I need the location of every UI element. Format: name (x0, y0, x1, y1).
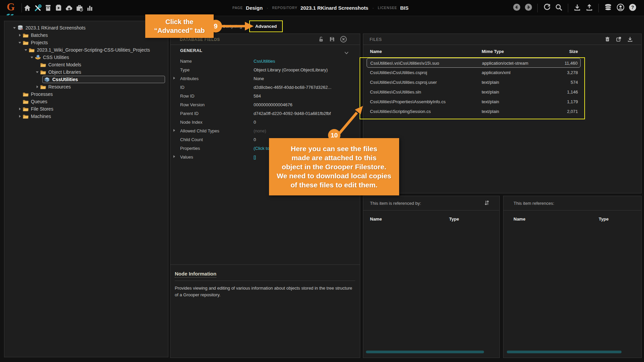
tree-item-queues[interactable]: Queues (4, 98, 168, 105)
repository-stack-icon[interactable] (604, 3, 612, 13)
file-row[interactable]: CssUtilities\.vs\CssUtilities\v15\.suo a… (367, 58, 581, 68)
advanced-properties-panel: DATABASE FIELDS GENERAL Name CssUtilitie… (170, 34, 360, 358)
expander-open-icon[interactable] (24, 48, 29, 52)
tree-item-repository[interactable]: 2023.1 RKinard Screenshots (4, 24, 168, 32)
folder-icon (40, 84, 47, 89)
tree-item-resources[interactable]: Resources (4, 83, 168, 90)
file-row[interactable]: CssUtilities\CssUtilities.sln text/plain… (367, 87, 581, 97)
expander-open-icon[interactable] (12, 25, 17, 30)
forward-icon[interactable] (525, 3, 532, 12)
batch-process-icon[interactable] (53, 2, 64, 14)
property-value[interactable]: (none) (254, 128, 266, 133)
property-value[interactable]: 584 (254, 94, 261, 99)
expander-closed-icon[interactable] (173, 77, 175, 79)
selected-item-outline[interactable]: CssUtilities (42, 76, 165, 83)
object-library-cube-icon (44, 77, 51, 82)
tree-item-css-utilities-project[interactable]: CSS Utilities (4, 54, 168, 61)
property-value[interactable]: (Click to (254, 146, 269, 151)
chevron-down-icon[interactable] (344, 50, 348, 56)
save-icon[interactable] (329, 36, 335, 44)
open-external-icon[interactable] (615, 36, 622, 44)
file-row[interactable]: CssUtilities\ScriptingSession.cs text/pl… (367, 107, 581, 116)
tree-item-object-libraries[interactable]: Object Libraries (4, 68, 168, 76)
tree-item-label: CSS Utilities (43, 55, 69, 60)
file-row[interactable]: CssUtilities\CssUtilities.csproj.user te… (367, 77, 581, 87)
home-icon[interactable] (22, 2, 33, 14)
tree-item-file-stores[interactable]: File Stores (4, 105, 168, 113)
tab-advanced[interactable]: Advanced (249, 20, 283, 32)
tree-item-wiki-project-folder[interactable]: 2023.1_Wiki_Grooper-Scripting-CSS-Utilit… (4, 46, 168, 54)
annotation-callout-step10: Here you can see the files made are atta… (269, 138, 399, 195)
annotation-callout-step9: Click the “Advanced” tab (145, 14, 214, 38)
folder-icon (29, 47, 36, 53)
expander-closed-icon[interactable] (35, 84, 40, 89)
repository-label: REPOSITORY (272, 6, 297, 10)
tree-item-machines[interactable]: Machines (4, 113, 168, 120)
expander-closed-icon[interactable] (18, 33, 23, 38)
tree-item-label: 2023.1_Wiki_Grooper-Scripting-CSS-Utilit… (37, 47, 150, 53)
licensee-label: LICENSEE (378, 6, 397, 10)
property-row-node-index: Node Index 0 (170, 118, 360, 126)
horizontal-scrollbar[interactable] (507, 351, 622, 353)
property-value[interactable]: CssUtilities (254, 59, 275, 64)
tree-item-content-models[interactable]: Content Models (4, 61, 168, 68)
property-value[interactable]: d742a0ff-d220-4092-9d48-01a681fb2fbf (254, 111, 331, 116)
property-value[interactable]: [] (254, 155, 256, 160)
expander-spacer (18, 92, 23, 97)
jobs-clock-icon[interactable] (74, 2, 85, 14)
referenced-by-title: This item is referenced by: (370, 201, 421, 206)
tree-item-cssutilities-selected[interactable]: CssUtilities (4, 76, 168, 83)
property-row-row-version: Row Version 0000000000004676 (170, 100, 360, 109)
property-value[interactable]: None (254, 76, 264, 81)
cancel-icon[interactable] (340, 36, 347, 44)
property-row-attributes: Attributes None (170, 74, 360, 83)
property-value[interactable]: 0 (254, 120, 256, 125)
property-value[interactable]: 0 (254, 137, 256, 142)
lock-open-icon[interactable] (318, 36, 324, 44)
back-icon[interactable] (513, 3, 521, 12)
property-value[interactable]: Object Library (Grooper.ObjectLibrary) (254, 67, 328, 72)
stats-icon[interactable] (85, 2, 95, 14)
column-header-name: Name (370, 49, 382, 54)
expander-open-icon[interactable] (18, 40, 23, 45)
svg-text:?: ? (631, 5, 634, 10)
file-row[interactable]: CssUtilities\Properties\AssemblyInfo.cs … (367, 97, 581, 107)
column-header-name: Name (370, 217, 382, 222)
general-section-header[interactable]: GENERAL (170, 46, 360, 55)
tree-item-processes[interactable]: Processes (4, 90, 168, 98)
download-icon[interactable] (573, 3, 581, 13)
user-icon[interactable] (616, 3, 625, 13)
expander-open-icon[interactable] (35, 70, 40, 74)
property-value[interactable]: d2d8cbec-465f-40dd-bc68-7767d3262... (254, 85, 331, 90)
help-icon[interactable]: ? (629, 3, 637, 13)
property-row-parent-id: Parent ID d742a0ff-d220-4092-9d48-01a681… (170, 109, 360, 118)
horizontal-scrollbar[interactable] (366, 351, 484, 353)
database-icon (17, 25, 24, 31)
expander-closed-icon[interactable] (173, 155, 175, 158)
property-value[interactable]: 0000000000004676 (254, 102, 292, 107)
expander-closed-icon[interactable] (18, 107, 23, 111)
tree-item-label: Batches (31, 33, 48, 38)
file-row[interactable]: CssUtilities\CssUtilities.csproj applica… (367, 68, 581, 77)
annotation-step-number-9: 9 (209, 20, 222, 33)
tree-item-batches[interactable]: Batches (4, 32, 168, 39)
refresh-icon[interactable] (543, 3, 551, 13)
delete-icon[interactable] (604, 36, 610, 44)
tree-item-label: Content Models (48, 62, 81, 67)
cloud-upload-icon[interactable] (64, 2, 74, 14)
expander-open-icon[interactable] (30, 55, 35, 60)
folder-icon (23, 106, 30, 112)
tree-item-projects[interactable]: Projects (4, 39, 168, 46)
folder-icon (40, 62, 47, 67)
tree-item-label: CssUtilities (52, 77, 78, 82)
search-icon[interactable] (555, 3, 563, 13)
swap-arrows-icon[interactable] (484, 200, 490, 207)
breadcrumb-dot: · (372, 5, 374, 10)
batches-icon[interactable] (43, 2, 53, 14)
column-header-name: Name (514, 217, 525, 222)
upload-icon[interactable] (585, 3, 593, 13)
expander-closed-icon[interactable] (173, 129, 175, 132)
expander-closed-icon[interactable] (18, 114, 23, 119)
download-icon[interactable] (627, 36, 633, 44)
design-tools-icon[interactable] (33, 2, 43, 14)
